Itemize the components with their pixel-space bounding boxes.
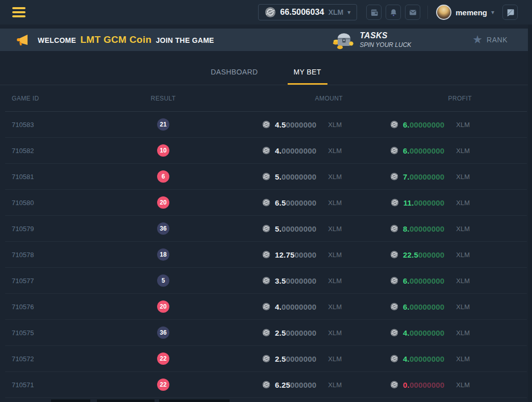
game-id[interactable]: 710578 bbox=[5, 251, 122, 259]
scrollbar-track[interactable] bbox=[528, 24, 532, 402]
profit-cell: 0.00000000 XLM bbox=[352, 381, 477, 389]
currency-label: XLM bbox=[328, 277, 342, 285]
currency-label: XLM bbox=[328, 355, 342, 363]
profit-cell: 8.00000000 XLM bbox=[352, 224, 477, 233]
result-cell: 21 bbox=[122, 118, 204, 131]
tasks-title: TASKS bbox=[360, 31, 411, 40]
balance-currency: XLM bbox=[328, 8, 344, 16]
game-id[interactable]: 710571 bbox=[5, 381, 122, 389]
amount-cell: 4.50000000 XLM bbox=[204, 120, 352, 129]
game-id[interactable]: 710572 bbox=[5, 355, 122, 363]
tasks-subtitle: SPIN YOUR LUCK bbox=[360, 41, 411, 48]
currency-label: XLM bbox=[328, 303, 342, 311]
tab-my-bet[interactable]: MY BET bbox=[288, 64, 327, 85]
xlm-coin-icon bbox=[262, 277, 270, 285]
profit-zeros: 0000000 bbox=[414, 198, 444, 207]
game-id[interactable]: 710581 bbox=[5, 173, 122, 181]
amount-value: 6.25000000 bbox=[275, 381, 316, 389]
header-result: RESULT bbox=[122, 95, 204, 102]
balance-selector[interactable]: 66.5006034 XLM ▾ bbox=[258, 4, 357, 20]
table-row[interactable]: 710578 18 12.7500000 XLM bbox=[5, 242, 527, 268]
table-row[interactable]: 710582 10 4.00000000 XLM bbox=[5, 138, 527, 164]
profit-significant: 0. bbox=[403, 381, 410, 389]
amount-cell: 2.50000000 XLM bbox=[204, 329, 352, 337]
result-cell: 22 bbox=[122, 353, 204, 365]
amount-cell: 3.50000000 XLM bbox=[204, 277, 352, 285]
currency-label: XLM bbox=[456, 381, 470, 389]
table-row[interactable]: 710576 20 4.00000000 XLM bbox=[5, 294, 527, 320]
table-row[interactable]: 710577 5 3.50000000 XLM bbox=[5, 268, 527, 294]
currency-label: XLM bbox=[328, 381, 342, 389]
amount-cell: 12.7500000 XLM bbox=[204, 250, 352, 259]
amount-value: 5.00000000 bbox=[275, 172, 316, 181]
table-row[interactable]: 710571 22 6.25000000 XLM bbox=[5, 372, 527, 398]
game-id[interactable]: 710576 bbox=[5, 303, 122, 311]
topbar: 66.5006034 XLM ▾ bbox=[0, 0, 532, 24]
profit-cell: 6.00000000 XLM bbox=[352, 120, 477, 129]
table-row[interactable]: 710572 22 2.50000000 XLM bbox=[5, 346, 527, 372]
profit-zeros: 000000 bbox=[418, 250, 444, 259]
xlm-coin-icon bbox=[391, 198, 399, 207]
game-id[interactable]: 710583 bbox=[5, 121, 122, 129]
amount-zeros: 00000000 bbox=[282, 303, 316, 311]
currency-label: XLM bbox=[456, 199, 470, 207]
menu-icon[interactable] bbox=[10, 5, 28, 19]
rank-widget[interactable]: ★ RANK bbox=[472, 34, 508, 45]
currency-label: XLM bbox=[328, 147, 342, 155]
currency-label: XLM bbox=[456, 173, 470, 181]
game-id[interactable]: 710582 bbox=[5, 147, 122, 155]
result-cell: 20 bbox=[122, 300, 204, 313]
currency-label: XLM bbox=[456, 121, 470, 129]
currency-label: XLM bbox=[328, 199, 342, 207]
amount-significant: 6.5 bbox=[275, 198, 286, 207]
table-row[interactable]: 710581 6 5.00000000 XLM bbox=[5, 164, 527, 190]
xlm-coin-icon bbox=[390, 172, 398, 181]
table-row[interactable]: 710579 36 5.00000000 XLM bbox=[5, 216, 527, 242]
game-id[interactable]: 710577 bbox=[5, 277, 122, 285]
xlm-coin-icon bbox=[390, 250, 398, 259]
game-id[interactable]: 710579 bbox=[5, 225, 122, 233]
amount-cell: 5.00000000 XLM bbox=[204, 172, 352, 181]
announcement[interactable]: WELCOME LMT GCM Coin JOIN THE GAME bbox=[15, 33, 214, 47]
table-row[interactable]: 710583 21 4.50000000 XLM bbox=[5, 112, 527, 138]
tab-dashboard[interactable]: DASHBOARD bbox=[205, 64, 264, 85]
currency-label: XLM bbox=[456, 303, 470, 311]
amount-value: 4.00000000 bbox=[275, 146, 316, 155]
table-row[interactable]: 710580 20 6.50000000 XLM bbox=[5, 190, 527, 216]
xlm-coin-icon bbox=[262, 303, 270, 311]
amount-value: 3.50000000 bbox=[275, 277, 316, 285]
my-bet-table: GAME ID RESULT AMOUNT PROFIT 710583 21 4… bbox=[0, 85, 532, 398]
result-badge: 21 bbox=[157, 118, 169, 131]
tasks-widget[interactable]: TASKS SPIN YOUR LUCK bbox=[332, 30, 411, 49]
messages-button[interactable] bbox=[405, 5, 420, 20]
xlm-coin-icon bbox=[265, 7, 276, 18]
table-header-row: GAME ID RESULT AMOUNT PROFIT bbox=[5, 85, 527, 112]
game-id[interactable]: 710575 bbox=[5, 329, 122, 337]
profit-value: 8.00000000 bbox=[403, 224, 444, 233]
amount-zeros: 0000000 bbox=[286, 120, 316, 129]
currency-label: XLM bbox=[328, 121, 342, 129]
profit-zeros: 00000000 bbox=[410, 381, 444, 389]
coin-name: LMT GCM Coin bbox=[80, 34, 151, 45]
amount-significant: 3.5 bbox=[275, 277, 286, 285]
profit-cell: 22.5000000 XLM bbox=[352, 250, 477, 259]
xlm-coin-icon bbox=[390, 224, 398, 233]
game-id[interactable]: 710580 bbox=[5, 199, 122, 207]
menu-bar bbox=[12, 11, 26, 13]
banner-right: TASKS SPIN YOUR LUCK ★ RANK bbox=[332, 30, 512, 49]
profit-zeros: 00000000 bbox=[410, 224, 444, 233]
profit-cell: 11.0000000 XLM bbox=[352, 198, 477, 207]
table-row[interactable]: 710575 36 2.50000000 XLM bbox=[5, 320, 527, 346]
chat-button[interactable] bbox=[502, 5, 518, 20]
amount-value: 6.50000000 bbox=[275, 198, 316, 207]
user-menu[interactable]: memeng ▾ bbox=[436, 5, 494, 20]
notifications-button[interactable] bbox=[386, 5, 401, 20]
wallet-button[interactable] bbox=[366, 5, 382, 20]
amount-zeros: 0000000 bbox=[286, 198, 316, 207]
result-cell: 6 bbox=[122, 170, 204, 183]
profit-value: 6.00000000 bbox=[403, 120, 444, 129]
xlm-coin-icon bbox=[390, 355, 398, 363]
profit-cell: 4.00000000 XLM bbox=[352, 355, 477, 363]
profit-value: 0.00000000 bbox=[403, 381, 444, 389]
xlm-coin-icon bbox=[262, 250, 270, 259]
